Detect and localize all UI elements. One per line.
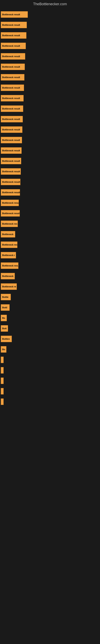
result-bar: Bottleneck res bbox=[1, 220, 18, 227]
bar-label: Bottleneck result bbox=[2, 45, 20, 47]
bar-row: Bottleneck bbox=[0, 271, 100, 281]
bar-label: Bottleneck re bbox=[2, 285, 16, 288]
bar-row: Bottlen bbox=[0, 334, 100, 344]
bar-label: Bottleneck result bbox=[2, 13, 20, 16]
bar-row: Bottleneck bbox=[0, 229, 100, 240]
result-bar bbox=[1, 388, 3, 394]
result-bar bbox=[1, 378, 3, 384]
bar-label: Bottleneck result bbox=[2, 212, 20, 214]
bar-label: Bottleneck result bbox=[2, 86, 20, 89]
bar-row: Bottleneck result bbox=[0, 177, 100, 187]
result-bar: Bottleneck result bbox=[1, 168, 21, 175]
result-bar: Bottleneck result bbox=[1, 64, 25, 70]
result-bar: Bottleneck result bbox=[1, 126, 22, 133]
bar-label: Bottleneck result bbox=[2, 191, 20, 194]
result-bar: Bott bbox=[1, 325, 8, 332]
bar-row: Bottleneck result bbox=[0, 145, 100, 156]
bar-label: Bottleneck result bbox=[2, 170, 20, 173]
result-bar: Bottleneck result bbox=[1, 210, 20, 216]
bar-row bbox=[0, 396, 100, 407]
bar-row: Bottleneck resu bbox=[0, 198, 100, 208]
bar-label: Bottleneck result bbox=[2, 118, 20, 120]
result-bar: Bottleneck result bbox=[1, 95, 24, 102]
result-bar: Bottleneck r bbox=[1, 252, 16, 258]
result-bar: Bottle bbox=[1, 294, 11, 300]
bar-label: Bottleneck res bbox=[2, 222, 17, 225]
result-bar: Bottlen bbox=[1, 336, 12, 342]
bar-row: Bottleneck result bbox=[0, 124, 100, 135]
result-bar: Bottleneck result bbox=[1, 147, 22, 154]
bar-label: Bo bbox=[2, 348, 5, 350]
result-bar bbox=[1, 367, 3, 374]
bar-row: Bottleneck result bbox=[0, 41, 100, 51]
bar-row: Bottleneck resu bbox=[0, 260, 100, 271]
result-bar: Bottl bbox=[1, 304, 10, 311]
bar-label: Bottleneck r bbox=[2, 254, 15, 256]
bar-row: Bottleneck result bbox=[0, 156, 100, 166]
bar-row: Bo bbox=[0, 313, 100, 323]
result-bar: Bo bbox=[1, 346, 6, 352]
bar-row: Bottleneck result bbox=[0, 62, 100, 72]
bar-row: Bottl bbox=[0, 302, 100, 313]
result-bar: Bo bbox=[1, 315, 7, 321]
bar-label: Bottleneck resu bbox=[2, 264, 18, 267]
bar-row: Bottleneck result bbox=[0, 114, 100, 124]
bar-row: Bo bbox=[0, 344, 100, 354]
result-bar: Bottleneck resu bbox=[1, 200, 19, 206]
bar-label: Bottleneck result bbox=[2, 149, 20, 152]
bar-row: Bottle bbox=[0, 292, 100, 302]
bar-label: Bottleneck result bbox=[2, 128, 20, 131]
bar-row: Bottleneck result bbox=[0, 166, 100, 177]
bar-label: Bottleneck bbox=[2, 275, 13, 277]
bar-label: Bottle bbox=[2, 296, 8, 298]
bar-label: Bottleneck bbox=[2, 233, 13, 236]
result-bar: Bottleneck result bbox=[1, 116, 23, 122]
bar-row: Bottleneck result bbox=[0, 82, 100, 93]
result-bar: Bottleneck result bbox=[1, 74, 24, 80]
bar-label: Bottleneck result bbox=[2, 97, 20, 100]
bar-label: Bottleneck result bbox=[2, 160, 20, 162]
result-bar: Bottleneck result bbox=[1, 11, 28, 18]
bar-label: Bottl bbox=[2, 306, 7, 309]
bar-row: Bottleneck re bbox=[0, 281, 100, 292]
result-bar: Bottleneck re bbox=[1, 283, 17, 290]
bar-label: Bottlen bbox=[2, 338, 10, 340]
bar-label: Bottleneck result bbox=[2, 34, 20, 37]
bar-label: Bottleneck result bbox=[2, 55, 20, 58]
bar-label: Bottleneck result bbox=[2, 108, 20, 110]
bar-row bbox=[0, 354, 100, 365]
result-bar: Bottleneck result bbox=[1, 53, 25, 60]
bar-row: Bottleneck result bbox=[0, 30, 100, 41]
result-bar: Bottleneck bbox=[1, 273, 15, 279]
bar-label: Bottleneck resu bbox=[2, 202, 19, 204]
bar-row: Bottleneck res bbox=[0, 218, 100, 229]
result-bar: Bottleneck result bbox=[1, 189, 20, 196]
result-bar: Bottleneck bbox=[1, 231, 15, 238]
result-bar: Bottleneck result bbox=[1, 32, 26, 39]
bar-row: Bottleneck result bbox=[0, 51, 100, 62]
bar-label: Bottleneck result bbox=[2, 181, 20, 183]
result-bar: Bottleneck result bbox=[1, 158, 21, 164]
bar-label: Bottleneck result bbox=[2, 76, 20, 78]
bar-label: Bott bbox=[2, 327, 7, 330]
result-bar: Bottleneck result bbox=[1, 179, 20, 185]
result-bar: Bottleneck result bbox=[1, 137, 22, 143]
bar-label: Bottleneck res bbox=[2, 244, 17, 246]
bar-row bbox=[0, 365, 100, 376]
result-bar: Bottleneck result bbox=[1, 106, 23, 112]
bar-row: Bottleneck r bbox=[0, 250, 100, 260]
bar-label: Bottleneck result bbox=[2, 66, 20, 68]
bar-row: Bottleneck result bbox=[0, 208, 100, 218]
bar-row: Bottleneck result bbox=[0, 72, 100, 82]
result-bar: Bottleneck resu bbox=[1, 262, 18, 269]
bar-row bbox=[0, 386, 100, 396]
bar-row: Bottleneck result bbox=[0, 9, 100, 20]
bar-row bbox=[0, 376, 100, 386]
site-title: TheBottlenecker.com bbox=[0, 0, 100, 7]
bar-row: Bott bbox=[0, 323, 100, 334]
bar-row: Bottleneck res bbox=[0, 240, 100, 250]
bar-label: Bottleneck result bbox=[2, 24, 20, 26]
result-bar bbox=[1, 398, 3, 405]
result-bar: Bottleneck result bbox=[1, 43, 26, 49]
bars-container: Bottleneck resultBottleneck resultBottle… bbox=[0, 7, 100, 409]
